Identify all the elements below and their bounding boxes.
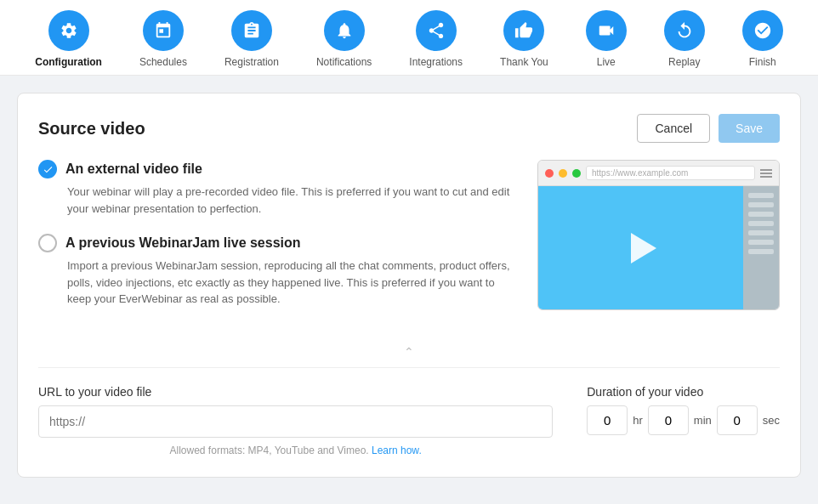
option-external-desc: Your webinar will play a pre-recorded vi… [67, 184, 512, 217]
nav-label-notifications: Notifications [316, 56, 372, 68]
duration-sec-unit: sec [763, 414, 780, 427]
top-navigation: Configuration Schedules Registration Not… [0, 0, 818, 76]
nav-label-live: Live [597, 56, 616, 68]
url-input[interactable] [38, 405, 553, 438]
video-preview-area [538, 186, 743, 309]
sidebar-line-7 [748, 249, 774, 254]
nav-item-registration[interactable]: Registration [206, 10, 298, 68]
option-previous-desc: Import a previous WebinarJam session, re… [67, 258, 512, 308]
duration-sec-input[interactable] [717, 405, 758, 435]
option-external-text: An external video file [65, 161, 202, 177]
nav-item-schedules[interactable]: Schedules [121, 10, 206, 68]
schedules-icon-bg [143, 10, 184, 51]
gear-icon [60, 21, 78, 40]
option-previous-text: A previous WebinarJam live session [65, 235, 301, 251]
browser-menu-icon [760, 169, 772, 178]
duration-hr-unit: hr [633, 414, 643, 427]
option-previous-radio [38, 234, 57, 252]
calendar-icon [154, 21, 173, 40]
duration-fields: hr min sec [587, 405, 780, 435]
expand-chevron-area: ⌃ [38, 345, 780, 359]
finish-icon-bg [742, 10, 783, 51]
option-previous[interactable]: A previous WebinarJam live session Impor… [38, 234, 512, 308]
browser-dot-red [545, 169, 554, 178]
sidebar-line-6 [748, 240, 774, 245]
play-button-icon [631, 233, 656, 263]
page-title: Source video [38, 119, 145, 139]
clipboard-icon [242, 21, 261, 40]
nav-item-notifications[interactable]: Notifications [298, 10, 390, 68]
replay-icon-bg [664, 10, 705, 51]
registration-icon-bg [231, 10, 272, 51]
duration-section: Duration of your video hr min sec [587, 385, 780, 435]
bell-icon [335, 21, 354, 40]
browser-url-bar: https://www.example.com [586, 166, 755, 180]
header-actions: Cancel Save [637, 114, 780, 143]
main-panel: Source video Cancel Save An external vid… [17, 93, 801, 478]
thumbsup-icon [514, 21, 533, 40]
video-icon [597, 21, 616, 40]
thankyou-icon-bg [503, 10, 544, 51]
bottom-section: URL to your video file Allowed formats: … [38, 367, 780, 456]
replay-icon [675, 21, 694, 40]
options-list: An external video file Your webinar will… [38, 160, 512, 325]
options-section: An external video file Your webinar will… [38, 160, 780, 325]
learn-link[interactable]: Learn how. [372, 445, 422, 456]
nav-item-replay[interactable]: Replay [645, 10, 724, 68]
browser-body [538, 186, 779, 309]
option-external[interactable]: An external video file Your webinar will… [38, 160, 512, 217]
nav-label-schedules: Schedules [139, 56, 187, 68]
nav-label-replay: Replay [668, 56, 700, 68]
nav-label-configuration: Configuration [35, 56, 102, 68]
sidebar-line-4 [748, 221, 774, 226]
duration-min-unit: min [694, 414, 712, 427]
integrations-icon-bg [416, 10, 457, 51]
check-circle-icon [753, 21, 772, 40]
browser-dot-green [572, 169, 581, 178]
notifications-icon-bg [324, 10, 365, 51]
source-video-header: Source video Cancel Save [38, 114, 780, 143]
nav-label-integrations: Integrations [409, 56, 463, 68]
configuration-icon-bg [48, 10, 89, 51]
nav-item-integrations[interactable]: Integrations [390, 10, 481, 68]
browser-dot-yellow [559, 169, 567, 178]
duration-hr-input[interactable] [587, 405, 628, 435]
duration-min-input[interactable] [648, 405, 689, 435]
live-icon-bg [586, 10, 627, 51]
formats-text: Allowed formats: MP4, YouTube and Vimeo. [170, 445, 369, 456]
save-button[interactable]: Save [719, 114, 780, 143]
sidebar-line-3 [748, 212, 774, 217]
option-external-label-row: An external video file [38, 160, 512, 178]
option-external-check [38, 160, 57, 178]
url-field-label: URL to your video file [38, 385, 553, 399]
nav-item-finish[interactable]: Finish [724, 10, 802, 68]
option-previous-label-row: A previous WebinarJam live session [38, 234, 512, 252]
nav-item-live[interactable]: Live [567, 10, 645, 68]
formats-note: Allowed formats: MP4, YouTube and Vimeo.… [38, 445, 553, 456]
cancel-button[interactable]: Cancel [637, 114, 710, 143]
nav-label-registration: Registration [224, 56, 279, 68]
preview-sidebar [743, 186, 779, 309]
checkmark-icon [43, 164, 54, 175]
nav-label-thankyou: Thank You [500, 56, 548, 68]
nav-item-configuration[interactable]: Configuration [16, 10, 121, 68]
sidebar-line-2 [748, 202, 774, 207]
nav-item-thankyou[interactable]: Thank You [481, 10, 567, 68]
browser-mockup: https://www.example.com [537, 160, 780, 310]
sidebar-line-1 [748, 193, 774, 198]
browser-bar: https://www.example.com [538, 161, 779, 186]
url-section: URL to your video file Allowed formats: … [38, 385, 553, 456]
preview-panel: https://www.example.com [537, 160, 780, 325]
duration-label: Duration of your video [587, 385, 780, 399]
nav-label-finish: Finish [749, 56, 776, 68]
chevron-up-icon: ⌃ [404, 345, 414, 359]
sidebar-line-5 [748, 230, 774, 235]
share-icon [427, 21, 446, 40]
